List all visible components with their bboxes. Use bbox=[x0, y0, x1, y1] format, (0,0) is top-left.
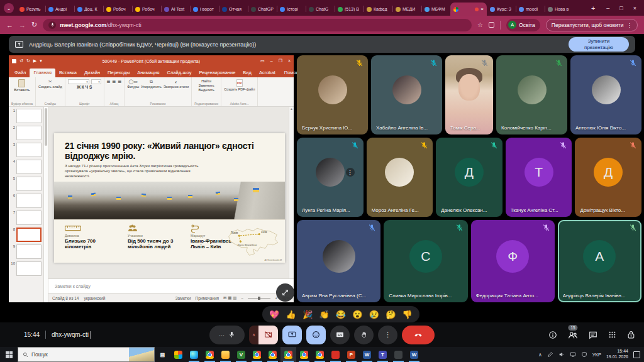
pen-icon[interactable] bbox=[547, 351, 553, 358]
camera-options-icon[interactable]: ∧ bbox=[249, 326, 258, 344]
tab-design[interactable]: Дизайн bbox=[80, 69, 104, 77]
slide-thumbnail-image[interactable] bbox=[16, 126, 42, 140]
browser-tab[interactable]: Доц. К × bbox=[74, 3, 103, 16]
maximize-icon[interactable]: □ bbox=[619, 5, 623, 11]
tab-slideshow[interactable]: Слайд-шоу bbox=[164, 69, 196, 77]
slide-thumbnail[interactable]: 8 bbox=[11, 228, 43, 242]
forward-icon[interactable]: → bbox=[19, 21, 26, 29]
participant-tile[interactable]: Хабайло Ангеліна Ів... bbox=[371, 55, 442, 134]
reload-icon[interactable]: ↻ bbox=[31, 21, 37, 29]
profile-chip[interactable]: A Освіта bbox=[506, 19, 540, 31]
numbering-icon[interactable]: ☰ bbox=[113, 79, 116, 84]
participant-tile[interactable]: Д Данелюк Олексан... bbox=[436, 138, 502, 217]
participant-tile[interactable]: Ф Федоращак Татіана Анто... bbox=[471, 220, 555, 302]
reaction-emoji-button[interactable]: 😮 bbox=[352, 310, 362, 319]
tray-expand-icon[interactable]: ∧ bbox=[538, 352, 542, 358]
notes-pane[interactable]: Заметки к слайду bbox=[48, 278, 294, 293]
slide-thumbnail-image[interactable] bbox=[16, 261, 42, 276]
leave-call-button[interactable] bbox=[402, 326, 435, 344]
browser-tab[interactable]: МБФМ × bbox=[421, 3, 450, 16]
notes-toggle[interactable]: Заметки bbox=[175, 296, 191, 300]
taskbar-app-button[interactable] bbox=[328, 347, 343, 362]
slide-thumbnail[interactable]: 5 bbox=[11, 177, 43, 191]
site-mic-permission-icon[interactable] bbox=[48, 21, 56, 29]
taskbar-app-button[interactable] bbox=[170, 347, 186, 362]
browser-tab[interactable]: Андрі × bbox=[45, 3, 74, 16]
address-bar[interactable]: meet.google.com/dhx-ywqm-cti bbox=[43, 19, 472, 31]
mic-more-icon[interactable]: ··· bbox=[219, 332, 225, 338]
taskbar-app-button[interactable]: T bbox=[375, 347, 391, 362]
display-icon[interactable] bbox=[570, 351, 576, 358]
taskbar-clock[interactable]: 15:44 19.01.2026 bbox=[606, 349, 628, 360]
slide-thumbnail-panel[interactable]: 1 2 3 4 5 6 7 8 bbox=[9, 107, 44, 302]
taskbar-app-button[interactable] bbox=[218, 347, 233, 362]
thumbnail-scrollbar[interactable] bbox=[44, 107, 48, 302]
slide-thumbnail[interactable]: 1 bbox=[11, 109, 43, 123]
bullets-icon[interactable]: ☰ bbox=[107, 79, 111, 84]
expand-presentation-button[interactable] bbox=[276, 283, 294, 302]
taskbar-app-button[interactable] bbox=[249, 347, 265, 362]
browser-tab[interactable]: moodl × bbox=[516, 3, 545, 16]
slide-thumbnail-image[interactable] bbox=[16, 160, 42, 174]
taskbar-app-button[interactable]: W bbox=[406, 347, 422, 362]
canvas-scrollbar[interactable]: ▲ bbox=[289, 107, 294, 278]
browser-tab[interactable]: ChatGP × bbox=[248, 3, 277, 16]
meeting-details-icon[interactable] bbox=[548, 331, 557, 339]
taskbar-app-button[interactable]: ▤ bbox=[155, 347, 170, 362]
taskbar-app-button[interactable]: V bbox=[233, 347, 249, 362]
reaction-emoji-button[interactable]: 🎉 bbox=[303, 310, 313, 319]
shield-icon[interactable] bbox=[581, 351, 587, 358]
taskbar-app-button[interactable] bbox=[391, 347, 406, 362]
slide-thumbnail[interactable]: 7 bbox=[11, 211, 43, 225]
browser-tab[interactable]: ChatG × bbox=[306, 3, 335, 16]
reaction-emoji-button[interactable]: 👎 bbox=[402, 310, 413, 319]
taskbar-app-button[interactable] bbox=[265, 347, 280, 362]
reaction-emoji-button[interactable]: 👍 bbox=[286, 310, 296, 319]
minimize-icon[interactable]: – bbox=[606, 5, 609, 11]
close-icon[interactable]: × bbox=[633, 5, 636, 11]
tab-acrobat[interactable]: Acrobat bbox=[255, 69, 279, 77]
slide-thumbnail[interactable]: 6 bbox=[11, 194, 43, 208]
browser-tab[interactable]: Робоч × bbox=[103, 3, 132, 16]
font-style-buttons[interactable]: Ж К Ч S bbox=[77, 85, 92, 89]
participant-tile[interactable]: Лунга Регіна Марія... bbox=[297, 138, 364, 217]
tab-review[interactable]: Рецензирование bbox=[195, 69, 239, 77]
zoom-slider[interactable] bbox=[248, 298, 270, 299]
restart-to-update-button[interactable]: Перезапустити, щоб оновити ⋮ bbox=[546, 19, 638, 31]
slide-thumbnail[interactable]: 10 bbox=[11, 261, 43, 276]
participant-tile[interactable]: Томік Сера... bbox=[445, 55, 493, 134]
reaction-emoji-button[interactable]: 😢 bbox=[369, 310, 379, 319]
microphone-button[interactable]: ··· bbox=[209, 326, 245, 344]
action-center-icon[interactable] bbox=[633, 351, 640, 358]
browser-tab[interactable]: Резуль × bbox=[16, 3, 45, 16]
captions-button[interactable] bbox=[330, 326, 350, 344]
more-options-button[interactable]: ⋮ bbox=[378, 326, 397, 344]
participant-tile[interactable]: Д Домітращук Вікто... bbox=[575, 138, 641, 217]
quick-styles-button[interactable]: ◐Экспресс-стили bbox=[164, 80, 189, 89]
tab-transitions[interactable]: Переходы bbox=[104, 69, 133, 77]
align-icon[interactable]: ☰ bbox=[118, 79, 121, 84]
slide-thumbnail-image[interactable] bbox=[16, 143, 42, 157]
start-button[interactable] bbox=[0, 347, 18, 362]
participant-tile[interactable]: Мороз Ангеліна Ге... bbox=[367, 138, 433, 217]
qat-dropdown-icon[interactable]: ▾ bbox=[40, 58, 42, 63]
slide-thumbnail-image[interactable] bbox=[16, 211, 42, 225]
replace-button[interactable]: Заменить bbox=[199, 84, 214, 87]
create-pdf-button[interactable]: PDF Создать PDF-файл bbox=[224, 79, 255, 91]
browser-tab[interactable]: і ворот × bbox=[190, 3, 219, 16]
participant-tile[interactable]: Берчук Христина Ю... bbox=[297, 55, 368, 134]
tab-close-icon[interactable]: × bbox=[480, 6, 484, 12]
slide-thumbnail-image[interactable] bbox=[16, 194, 42, 208]
browser-tab[interactable]: Курс: З × bbox=[487, 3, 516, 16]
browser-tab[interactable]: Кафед × bbox=[364, 3, 392, 16]
volume-icon[interactable] bbox=[558, 351, 565, 358]
raise-hand-button[interactable] bbox=[354, 326, 374, 344]
ppt-close-icon[interactable]: × bbox=[288, 58, 291, 63]
bookmark-star-icon[interactable]: ☆ bbox=[477, 21, 483, 28]
ppt-minimize-icon[interactable]: – bbox=[270, 58, 273, 63]
language-indicator[interactable]: УКР bbox=[592, 352, 601, 358]
arrange-button[interactable]: ⧉Упорядочить bbox=[141, 79, 162, 89]
slide-thumbnail[interactable]: 3 bbox=[11, 143, 43, 157]
ppt-restore-icon[interactable]: ❐ bbox=[279, 58, 282, 63]
tab-view[interactable]: Вид bbox=[239, 69, 255, 77]
